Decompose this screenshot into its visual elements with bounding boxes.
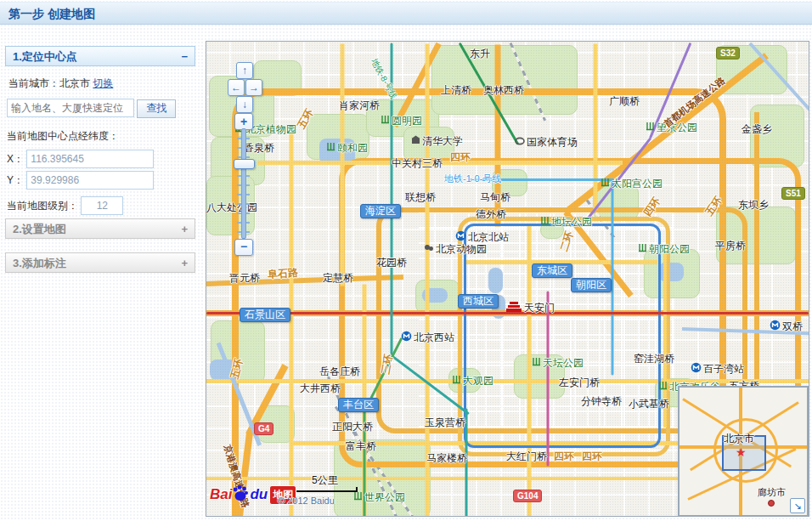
map-label-text: 地铁-1-0-号线 bbox=[444, 173, 501, 184]
map-label-text: 玉泉营桥 bbox=[425, 417, 465, 428]
map-subway-loop bbox=[464, 224, 661, 448]
minimap-city-dot bbox=[768, 500, 775, 507]
map-label: 太阳宫公园 bbox=[601, 178, 663, 190]
map-subway-line bbox=[612, 180, 614, 376]
park-icon bbox=[601, 178, 610, 190]
zoo-icon bbox=[424, 243, 434, 255]
map-label: 马家楼桥 bbox=[426, 453, 467, 464]
sidebar: 1.定位中心点 − 当前城市：北京市 切换 查找 当前地图中心点经纬度： X： … bbox=[0, 25, 204, 521]
map-label: 丰台区 bbox=[338, 398, 379, 412]
y-input[interactable] bbox=[26, 171, 154, 190]
expand-icon[interactable]: + bbox=[181, 253, 188, 274]
map-label: 四环 bbox=[554, 451, 574, 462]
minimap-collapse-button[interactable]: ↘ bbox=[790, 498, 805, 513]
search-button[interactable]: 查找 bbox=[137, 99, 176, 118]
x-input[interactable] bbox=[26, 150, 154, 168]
map-label-text: 圆明园 bbox=[392, 116, 422, 127]
map-viewport[interactable]: 东升上清桥奥林西桥肖家河桥广顺桥金盏乡东坝乡香泉桥中关村三桥联想桥马甸桥德外桥花… bbox=[206, 41, 809, 517]
section-locate-center[interactable]: 1.定位中心点 − bbox=[5, 46, 195, 66]
page: { "header": {"title": "第一步 创建地图"}, "side… bbox=[0, 0, 812, 521]
current-city-label: 当前城市： bbox=[8, 77, 59, 89]
map-label: 四环 bbox=[582, 451, 602, 462]
step-title: 第一步 创建地图 bbox=[8, 7, 95, 20]
map-label: 花园桥 bbox=[376, 258, 407, 269]
collapse-icon[interactable]: − bbox=[181, 47, 188, 67]
section-map-settings[interactable]: 2.设置地图 + bbox=[5, 218, 195, 239]
map-label-text: 天坛公园 bbox=[543, 358, 584, 369]
map-label: 石景山区 bbox=[240, 308, 290, 322]
metro-station-icon bbox=[455, 230, 466, 244]
map-label: 联想桥 bbox=[405, 192, 436, 203]
map-scale: 5公里 bbox=[290, 473, 358, 492]
map-label-text: 清华大学 bbox=[422, 136, 463, 147]
map-label: 北京西站 bbox=[401, 331, 454, 344]
map-label-text: 中关村三桥 bbox=[392, 158, 443, 169]
zoom-out-button[interactable]: − bbox=[234, 239, 253, 256]
map-road bbox=[594, 44, 598, 210]
map-label-text: 西城区 bbox=[463, 296, 493, 307]
level-input[interactable] bbox=[81, 196, 123, 215]
logo-du: du bbox=[250, 486, 268, 503]
park-icon bbox=[532, 357, 541, 369]
map-label: 东升 bbox=[470, 48, 490, 59]
x-label: X： bbox=[7, 153, 24, 165]
map-label: 德外桥 bbox=[476, 209, 506, 220]
zoom-slider-handle[interactable] bbox=[234, 159, 255, 169]
map-label: 奥林西桥 bbox=[483, 85, 524, 96]
map-label-text: 朝阳区 bbox=[576, 280, 606, 291]
map-label: 朝阳区 bbox=[571, 278, 612, 292]
map-label-text: 广顺桥 bbox=[609, 96, 640, 107]
map-label: 圆明园 bbox=[381, 115, 422, 127]
map-label: 肖家河桥 bbox=[339, 100, 380, 111]
map-label-text: 东城区 bbox=[537, 265, 567, 276]
overview-map[interactable]: 北京市 ★ 廊坊市 ↘ bbox=[678, 386, 809, 517]
map-label-text: 窑洼湖桥 bbox=[634, 354, 674, 365]
search-input[interactable] bbox=[7, 99, 134, 117]
tiananmen-icon bbox=[505, 301, 522, 314]
map-label: 东坝乡 bbox=[738, 200, 769, 211]
map-label: 四环 bbox=[450, 152, 471, 163]
map-label: 地铁-1-0-号线 bbox=[444, 173, 501, 184]
map-label-text: 双桥 bbox=[782, 321, 803, 332]
switch-city-link[interactable]: 切换 bbox=[93, 77, 113, 89]
map-label: 国家体育场 bbox=[515, 137, 578, 148]
zoom-in-button[interactable]: + bbox=[234, 113, 253, 130]
y-label: Y： bbox=[7, 174, 24, 186]
map-label: 定慧桥 bbox=[323, 273, 353, 284]
pan-left-button[interactable]: ← bbox=[228, 79, 245, 96]
map-label-text: 肖家河桥 bbox=[339, 100, 380, 111]
map-label: 北京动物园 bbox=[424, 243, 487, 255]
section-title: 3.添加标注 bbox=[13, 257, 66, 269]
expand-icon[interactable]: + bbox=[181, 219, 188, 240]
center-point-label: 当前地图中心点经纬度： bbox=[7, 129, 119, 144]
map-label-text: 四环 bbox=[554, 451, 574, 462]
level-row: 当前地图级别： bbox=[7, 196, 123, 215]
map-label: S51 bbox=[781, 187, 805, 200]
park-icon bbox=[646, 122, 655, 133]
metro-station-icon bbox=[770, 320, 781, 333]
map-label: 西城区 bbox=[458, 294, 499, 309]
map-label: 正阳大桥 bbox=[332, 422, 373, 433]
pan-up-button[interactable]: ↑ bbox=[236, 62, 253, 79]
y-row: Y： bbox=[7, 171, 154, 190]
metro-station-icon bbox=[401, 331, 412, 344]
x-row: X： bbox=[7, 150, 154, 168]
stadium-icon bbox=[515, 137, 525, 148]
map-label: 双桥 bbox=[770, 320, 803, 333]
map-label: 富丰桥 bbox=[346, 441, 376, 452]
section-title: 1.定位中心点 bbox=[13, 50, 77, 63]
section-add-markers[interactable]: 3.添加标注 + bbox=[5, 252, 195, 273]
map-road bbox=[341, 44, 345, 286]
map-label: 百子湾站 bbox=[691, 362, 744, 376]
pan-right-button[interactable]: → bbox=[245, 79, 262, 96]
map-label: 东城区 bbox=[532, 263, 572, 278]
map-label: 金盏乡 bbox=[742, 124, 772, 135]
map-label-text: 平房桥 bbox=[715, 241, 746, 252]
map-copyright: © 2012 Baidu bbox=[278, 496, 335, 506]
zoom-slider-track[interactable] bbox=[241, 128, 246, 239]
pan-down-button[interactable]: ↓ bbox=[236, 96, 253, 113]
map-label-text: 小武基桥 bbox=[629, 399, 669, 410]
map-label-text: 德外桥 bbox=[476, 209, 506, 220]
map-label: 马甸桥 bbox=[480, 192, 510, 203]
map-label-text: 太阳宫公园 bbox=[612, 178, 663, 190]
